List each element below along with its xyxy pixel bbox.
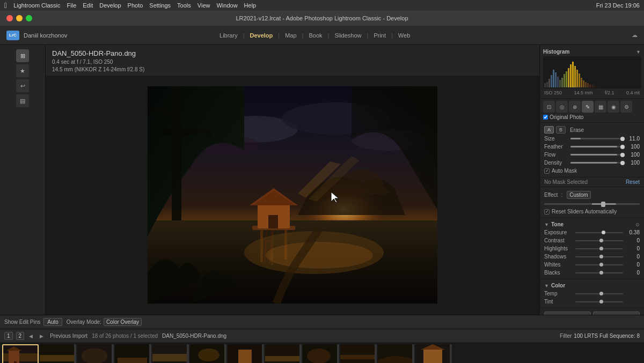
brush-a-button[interactable]: A — [544, 126, 554, 134]
svg-rect-70 — [265, 356, 299, 361]
svg-rect-50 — [600, 86, 602, 87]
svg-rect-24 — [544, 83, 546, 87]
whites-value: 0 — [625, 262, 640, 268]
module-slideshow[interactable]: Slideshow — [330, 31, 365, 40]
reset-sliders-checkbox[interactable]: ✓ — [544, 209, 550, 214]
next-arrow-btn[interactable]: ▶ — [37, 332, 46, 340]
effect-slider[interactable] — [544, 203, 640, 205]
close-button[interactable] — [6, 15, 13, 21]
filmstrip-thumb-10[interactable] — [340, 344, 377, 364]
filmstrip-thumb-7[interactable] — [228, 344, 264, 364]
shadows-slider[interactable] — [575, 256, 623, 257]
menu-window[interactable]: Window — [216, 2, 237, 9]
prev-arrow-btn[interactable]: ◀ — [26, 332, 35, 340]
reset-button[interactable]: Reset — [593, 312, 640, 315]
temp-slider[interactable] — [575, 293, 623, 294]
svg-rect-36 — [570, 64, 572, 87]
reset-sliders-row: ✓ Reset Sliders Automatically — [544, 208, 640, 216]
apple-menu[interactable]:  — [4, 1, 7, 10]
filmstrip-thumb-11[interactable] — [378, 344, 414, 364]
auto-dropdown[interactable]: Auto — [43, 318, 62, 326]
gradient-tool[interactable]: ▦ — [595, 101, 606, 113]
density-slider[interactable] — [570, 162, 623, 164]
minimize-button[interactable] — [16, 15, 23, 21]
contrast-slider[interactable] — [575, 240, 623, 241]
spot-heal-tool[interactable]: ◎ — [556, 101, 568, 113]
svg-rect-48 — [596, 86, 597, 87]
menu-lightroom[interactable]: Lightroom Classic — [13, 2, 60, 9]
effect-colon: : — [561, 192, 562, 198]
histogram-meta: ISO 250 14.5 mm f/2.1 0.4 mt — [543, 90, 641, 96]
menu-tools[interactable]: Tools — [177, 2, 191, 9]
filmstrip-thumb-6[interactable] — [190, 344, 226, 364]
exposure-slider[interactable] — [575, 232, 623, 233]
history-tool[interactable]: ↩ — [16, 79, 29, 92]
brush-tool[interactable]: ✎ — [582, 101, 594, 113]
tint-slider[interactable] — [575, 301, 623, 302]
module-develop[interactable]: Develop — [246, 31, 277, 40]
menu-develop[interactable]: Develop — [99, 2, 121, 9]
original-photo-toggle[interactable] — [543, 115, 548, 120]
module-print[interactable]: Print — [369, 31, 390, 40]
contrast-value: 0 — [625, 238, 640, 243]
cloud-icon: ☁ — [632, 32, 638, 39]
sep4: | — [328, 32, 330, 39]
temp-label: Temp — [544, 291, 574, 297]
auto-mask-label: Auto Mask — [552, 168, 577, 174]
filter-row: Filter 100 LRTS Full Sequence: 8 — [560, 333, 640, 339]
tone-header[interactable]: ▼ Tone ⊙ — [544, 220, 640, 228]
filmstrip-thumb-12[interactable] — [415, 344, 452, 364]
menu-edit[interactable]: Edit — [83, 2, 93, 9]
photo-area[interactable] — [46, 76, 539, 315]
menu-photo[interactable]: Photo — [128, 2, 143, 9]
crop-tool[interactable]: ⊡ — [543, 101, 555, 113]
module-book[interactable]: Book — [304, 31, 326, 40]
tone-collapse-icon: ▼ — [544, 222, 549, 227]
mask-reset-link[interactable]: Reset — [626, 179, 640, 185]
whites-slider[interactable] — [575, 264, 623, 265]
maximize-button[interactable] — [26, 15, 32, 21]
filmstrip-filename[interactable]: DAN_5050-HDR-Pano.dng — [162, 333, 226, 339]
radial-gradient-tool[interactable]: ◉ — [608, 101, 619, 113]
size-value: 11.0 — [625, 136, 640, 142]
module-web[interactable]: Web — [394, 31, 414, 40]
module-library[interactable]: Library — [215, 31, 242, 40]
auto-mask-checkbox[interactable]: ✓ — [544, 168, 550, 174]
menu-help[interactable]: Help — [244, 2, 257, 9]
collections-tool[interactable]: ▤ — [16, 94, 29, 107]
histogram-header[interactable]: Histogram ▼ — [543, 47, 641, 56]
menu-file[interactable]: File — [67, 2, 77, 9]
svg-rect-51 — [602, 87, 604, 87]
svg-point-22 — [266, 242, 373, 269]
highlights-slider[interactable] — [575, 248, 623, 249]
filmstrip-thumb-3[interactable] — [77, 344, 114, 364]
filmstrip-thumb-1[interactable] — [2, 344, 39, 364]
flow-slider[interactable] — [570, 154, 623, 155]
overlay-mode-row: Overlay Mode: Color Overlay — [67, 318, 142, 326]
menu-settings[interactable]: Settings — [149, 2, 171, 9]
color-header[interactable]: ▼ Color — [544, 281, 640, 290]
module-map[interactable]: Map — [281, 31, 301, 40]
filmstrip-thumb-9[interactable] — [303, 344, 339, 364]
filmstrip-thumb-8[interactable] — [265, 344, 302, 364]
settings-tool[interactable]: ⚙ — [620, 101, 632, 113]
feather-slider[interactable] — [570, 146, 623, 147]
svg-rect-37 — [572, 62, 574, 87]
effect-dropdown[interactable]: Custom — [567, 191, 590, 199]
window-controls[interactable] — [6, 15, 32, 21]
shadows-value: 0 — [625, 254, 640, 260]
color-title: Color — [551, 283, 565, 288]
filmstrip-thumb-5[interactable] — [152, 344, 189, 364]
red-eye-tool[interactable]: ⊕ — [569, 101, 581, 113]
filmstrip-thumb-4[interactable] — [115, 344, 151, 364]
size-slider[interactable] — [570, 138, 623, 139]
brush-b-button[interactable]: B — [556, 126, 566, 134]
filmstrip-thumb-2[interactable] — [40, 344, 76, 364]
overlay-mode-dropdown[interactable]: Color Overlay — [104, 318, 142, 326]
blacks-slider[interactable] — [575, 272, 623, 273]
previous-button[interactable]: Previous — [544, 312, 591, 315]
navigator-tool[interactable]: ⊞ — [16, 49, 29, 62]
menu-view[interactable]: View — [197, 2, 210, 9]
presets-tool[interactable]: ★ — [16, 64, 29, 77]
hist-iso: ISO 250 — [544, 90, 562, 95]
